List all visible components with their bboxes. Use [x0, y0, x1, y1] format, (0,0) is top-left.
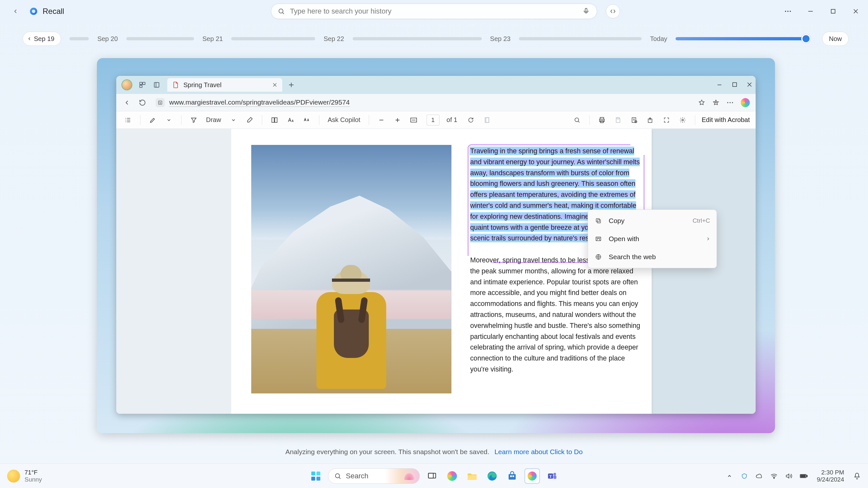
zoom-out-icon[interactable]	[376, 114, 387, 126]
tab-close-icon[interactable]	[273, 83, 277, 87]
context-search-web[interactable]: Search the web	[588, 248, 717, 266]
rotate-icon[interactable]	[465, 114, 476, 126]
text-size-icon[interactable]	[285, 114, 297, 126]
site-info-icon[interactable]	[156, 98, 165, 107]
task-view-icon[interactable]	[424, 468, 440, 484]
tray-chevron-icon[interactable]	[725, 472, 733, 480]
context-search-web-label: Search the web	[609, 253, 656, 261]
save-icon[interactable]	[612, 114, 624, 126]
zoom-in-icon[interactable]	[392, 114, 403, 126]
copilot-icon[interactable]	[741, 98, 750, 107]
browser-back-button[interactable]	[122, 98, 132, 107]
recall-expand-button[interactable]	[606, 4, 620, 19]
browser-tab-title: Spring Travel	[183, 82, 268, 89]
edit-with-acrobat-button[interactable]: Edit with Acrobat	[702, 116, 750, 124]
chevron-down-icon[interactable]	[163, 114, 175, 126]
timeline-segment[interactable]	[69, 37, 89, 40]
filter-icon[interactable]	[188, 114, 199, 126]
draw-label[interactable]: Draw	[204, 116, 223, 124]
recall-more-button[interactable]	[783, 6, 793, 17]
taskbar-clock[interactable]: 2:30 PM 9/24/2024	[817, 469, 844, 483]
new-tab-button[interactable]	[288, 82, 294, 88]
page-total-label: of 1	[446, 116, 457, 124]
svg-rect-42	[513, 476, 514, 477]
taskbar-search[interactable]: Search	[328, 468, 420, 484]
fit-page-icon[interactable]	[408, 114, 420, 126]
svg-rect-31	[597, 220, 600, 223]
timeline-start-pill[interactable]: Sep 19	[23, 32, 61, 46]
teams-icon[interactable]: T	[545, 468, 560, 484]
timeline-now-button[interactable]: Now	[822, 32, 848, 46]
tray-app-icon[interactable]	[740, 472, 748, 480]
recall-search-input[interactable]	[290, 7, 578, 15]
svg-point-1	[32, 10, 35, 13]
read-aloud-icon[interactable]	[301, 114, 313, 126]
table-of-contents-icon[interactable]	[122, 114, 134, 126]
page-view-icon[interactable]	[481, 114, 493, 126]
context-open-with[interactable]: Open with	[588, 230, 717, 248]
add-note-icon[interactable]	[628, 114, 640, 126]
timeline-date: Sep 20	[97, 35, 118, 42]
recall-search-box[interactable]	[271, 4, 597, 19]
share-icon[interactable]	[645, 114, 656, 126]
browser-tab[interactable]: Spring Travel	[167, 78, 282, 92]
svg-rect-17	[272, 118, 274, 122]
file-explorer-icon[interactable]	[464, 468, 480, 484]
ask-copilot-button[interactable]: Ask Copilot	[326, 116, 362, 124]
page-number-input[interactable]: 1	[427, 115, 439, 126]
volume-icon[interactable]	[785, 472, 793, 480]
recall-maximize-button[interactable]	[828, 6, 838, 17]
favorites-star-icon[interactable]	[698, 99, 705, 106]
browser-menu-button[interactable]	[726, 102, 734, 104]
copilot-taskbar-icon[interactable]	[444, 468, 460, 484]
settings-icon[interactable]	[677, 114, 688, 126]
svg-rect-20	[485, 118, 489, 122]
svg-rect-26	[617, 118, 619, 119]
start-button[interactable]	[308, 468, 323, 484]
timeline-today-segment[interactable]	[676, 37, 808, 40]
edge-icon[interactable]	[485, 468, 500, 484]
find-icon[interactable]	[571, 114, 583, 126]
workspaces-icon[interactable]	[139, 82, 146, 89]
context-copy[interactable]: Copy Ctrl+C	[588, 212, 717, 230]
highlight-icon[interactable]	[147, 114, 159, 126]
browser-close-button[interactable]	[747, 82, 752, 88]
browser-profile-avatar[interactable]	[121, 79, 132, 90]
fullscreen-icon[interactable]	[661, 114, 672, 126]
timeline-segment[interactable]	[126, 37, 194, 40]
browser-maximize-button[interactable]	[733, 82, 737, 88]
timeline-segment[interactable]	[231, 37, 315, 40]
wifi-icon[interactable]	[770, 472, 778, 480]
store-icon[interactable]	[504, 468, 520, 484]
learn-more-link[interactable]: Learn more about Click to Do	[494, 448, 583, 455]
weather-icon	[7, 469, 20, 483]
recall-close-button[interactable]	[850, 6, 861, 17]
svg-point-14	[727, 102, 728, 103]
recall-minimize-button[interactable]	[805, 6, 816, 17]
svg-point-15	[730, 102, 731, 103]
pdf-viewport[interactable]: Traveling in the spring brings a fresh s…	[231, 129, 755, 414]
timeline-segment[interactable]	[519, 37, 642, 40]
copilot-app-icon[interactable]	[524, 468, 540, 484]
erase-icon[interactable]	[244, 114, 255, 126]
chevron-down-icon[interactable]	[228, 114, 239, 126]
pdf-toolbar: Draw Ask Copilot 1 of 1	[116, 111, 755, 129]
browser-minimize-button[interactable]	[717, 82, 722, 88]
battery-icon[interactable]	[800, 472, 808, 480]
microphone-icon[interactable]	[583, 7, 590, 15]
two-page-icon[interactable]	[269, 114, 280, 126]
recall-back-button[interactable]	[10, 5, 21, 17]
print-icon[interactable]	[596, 114, 608, 126]
address-bar[interactable]: www.margiestravel.com/springtravelideas/…	[153, 96, 692, 109]
pdf-page: Traveling in the spring brings a fresh s…	[231, 129, 652, 414]
vertical-tabs-icon[interactable]	[153, 82, 160, 89]
browser-refresh-button[interactable]	[137, 98, 147, 107]
recall-timeline[interactable]: Sep 19 Sep 20 Sep 21 Sep 22 Sep 23 Today…	[0, 29, 868, 48]
timeline-today-label: Today	[650, 35, 667, 42]
cloud-icon[interactable]	[755, 472, 763, 480]
taskbar-weather[interactable]: 71°F Sunny	[7, 469, 42, 483]
collections-icon[interactable]	[712, 99, 719, 106]
notifications-icon[interactable]	[853, 472, 861, 480]
svg-rect-3	[585, 8, 587, 12]
timeline-segment[interactable]	[352, 37, 482, 40]
